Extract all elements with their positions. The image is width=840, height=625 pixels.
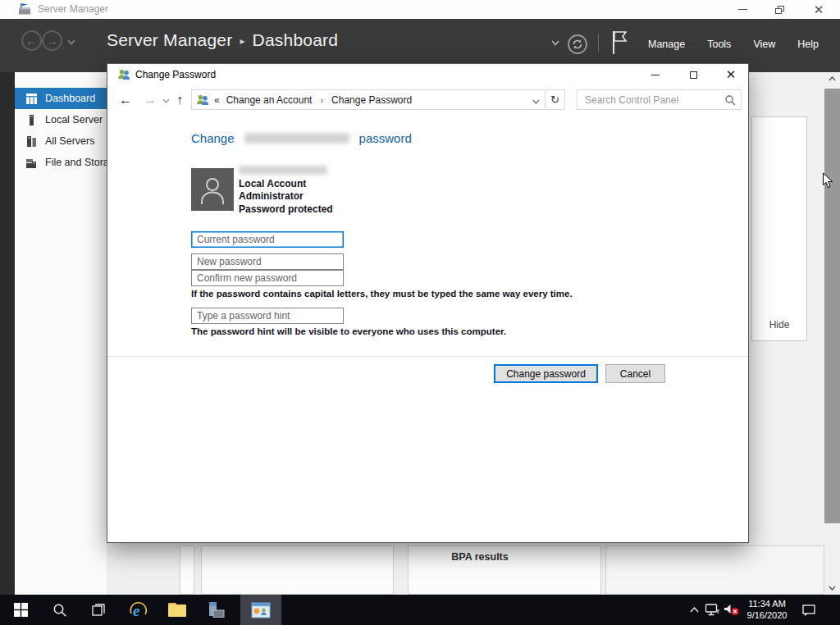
footer-divider [107,356,748,357]
menu-help[interactable]: Help [797,39,819,50]
address-overflow-chevron[interactable]: « [214,94,226,106]
header-menu: Manage Tools View Help [648,39,819,50]
dialog-close-button[interactable]: ✕ [718,66,744,83]
address-crumb-separator: › [312,95,331,105]
dashboard-grid-icon [25,93,38,105]
search-icon [52,603,67,618]
network-icon [705,603,720,617]
heading-prefix: Change [191,131,235,145]
sidebar-item-label: Local Server [45,114,103,125]
notifications-flag-icon[interactable] [610,30,628,55]
forward-button[interactable]: → [42,30,62,51]
change-password-dialog: Change Password ✕ ← → ↑ «Change an Acco [107,63,749,543]
header-divider [598,34,599,52]
internet-explorer-icon: e [129,600,148,620]
network-status-button[interactable] [702,595,722,625]
sidebar-item-local-server[interactable]: Local Server [15,109,107,130]
dialog-minimize-button[interactable] [642,66,669,83]
sidebar-item-label: All Servers [45,135,94,147]
search-input[interactable] [585,94,724,106]
window-title: Server Manager [38,3,108,15]
breadcrumb-page[interactable]: Dashboard [253,30,339,49]
change-password-taskbar-button[interactable] [240,595,281,625]
avatar [191,168,234,211]
address-dropdown-caret-icon[interactable] [527,93,545,107]
page-title: Change password [191,131,412,145]
refresh-icon[interactable] [567,34,588,55]
account-type: Local Account [239,178,333,190]
sidebar-item-file-and-storage[interactable]: File and Storag [15,152,107,173]
task-view-button[interactable] [84,595,112,625]
current-password-field[interactable] [191,231,344,248]
scrollbar-thumb[interactable] [824,89,840,523]
nav-back-icon[interactable]: ← [119,93,132,107]
menu-view[interactable]: View [753,39,775,50]
chevron-up-icon [829,76,836,81]
mouse-cursor [822,172,834,189]
sidebar-item-dashboard[interactable]: Dashboard [15,88,107,109]
address-breadcrumb: «Change an Account›Change Password [214,94,527,106]
window-close-button[interactable]: ✕ [805,0,833,19]
dialog-maximize-button[interactable] [680,66,706,83]
taskbar-clock[interactable]: 11:34 AM 9/16/2020 [742,599,792,621]
new-password-field[interactable] [191,253,344,270]
nav-history-caret-icon[interactable] [67,39,75,45]
bpa-results-link[interactable]: BPA results [384,551,576,563]
menu-tools[interactable]: Tools [707,39,731,50]
back-button[interactable]: ← [21,30,42,51]
header-dropdown-caret-icon[interactable] [551,40,559,46]
internet-explorer-button[interactable]: e [125,595,153,625]
address-refresh-icon[interactable]: ↻ [545,90,564,109]
volume-muted-button[interactable] [722,595,742,625]
breadcrumb-root[interactable]: Server Manager [107,30,232,49]
sidebar-item-label: Dashboard [45,93,95,104]
svg-text:e: e [133,602,140,619]
nav-caret-icon[interactable] [162,98,170,103]
dashboard-tile-bpa: BPA results [408,545,601,595]
action-center-button[interactable] [797,595,820,625]
password-hint-field[interactable] [191,308,344,324]
taskbar-search-button[interactable] [46,595,74,625]
chevron-down-icon [829,586,836,591]
window-restore-button[interactable] [765,0,793,19]
file-explorer-button[interactable] [163,595,191,625]
confirm-password-field[interactable] [191,270,344,286]
cancel-button[interactable]: Cancel [605,364,665,383]
server-manager-taskbar-button[interactable] [202,595,230,625]
scroll-up-button[interactable] [824,72,840,85]
address-crumb-change-password[interactable]: Change Password [331,94,412,106]
window-left-margin [0,72,15,595]
redacted-username [239,166,327,175]
vertical-scrollbar[interactable] [824,72,840,595]
window-minimize-button[interactable] [728,0,756,19]
tray-overflow-button[interactable] [686,595,702,625]
folder-icon [168,603,186,617]
scroll-down-button[interactable] [824,582,840,595]
sidebar-item-label: File and Storag [45,157,107,168]
control-panel-search[interactable] [577,89,742,110]
windows-logo-icon [14,603,28,617]
menu-manage[interactable]: Manage [648,39,685,50]
nav-up-icon[interactable]: ↑ [176,93,183,107]
all-servers-icon [25,135,38,148]
action-center-icon [801,604,816,617]
start-button[interactable] [7,595,34,625]
change-password-button[interactable]: Change password [494,364,598,383]
search-icon[interactable] [724,94,736,106]
account-details: Local Account Administrator Password pro… [239,178,333,216]
address-crumb-change-account[interactable]: Change an Account [226,94,313,106]
chevron-up-icon [690,607,699,613]
address-bar[interactable]: «Change an Account›Change Password ↻ [191,89,565,110]
dialog-titlebar: Change Password ✕ [107,64,748,85]
nav-forward-icon[interactable]: → [144,93,157,107]
tray-time: 11:34 AM [742,599,792,610]
local-server-icon [25,114,38,126]
server-manager-titlebar: Server Manager ✕ [0,0,840,19]
breadcrumb: Server Manager▸Dashboard [107,30,338,50]
dashboard-bottom-strip: BPA results [107,544,824,595]
hide-button[interactable]: Hide [752,319,806,331]
breadcrumb-separator: ▸ [232,35,252,47]
sidebar-item-all-servers[interactable]: All Servers [15,130,107,152]
welcome-tile: Hide [751,116,807,341]
redacted-account-name [244,133,349,144]
